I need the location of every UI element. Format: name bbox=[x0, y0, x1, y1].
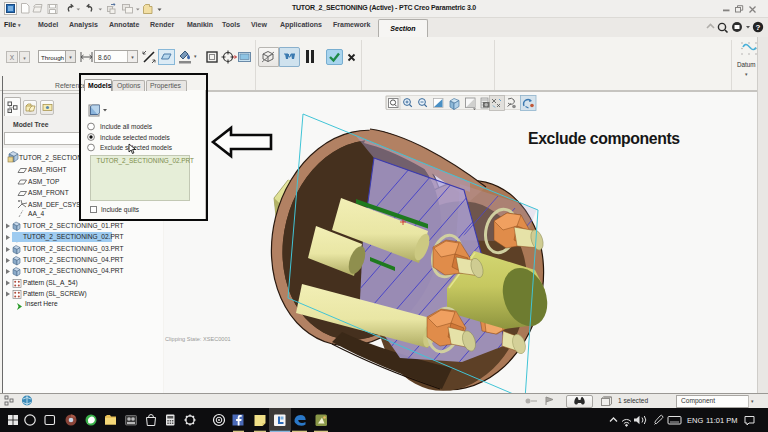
svg-text:ENG: ENG bbox=[687, 416, 703, 425]
svg-text:11:01 PM: 11:01 PM bbox=[706, 416, 738, 425]
svg-text:?: ? bbox=[756, 23, 761, 32]
